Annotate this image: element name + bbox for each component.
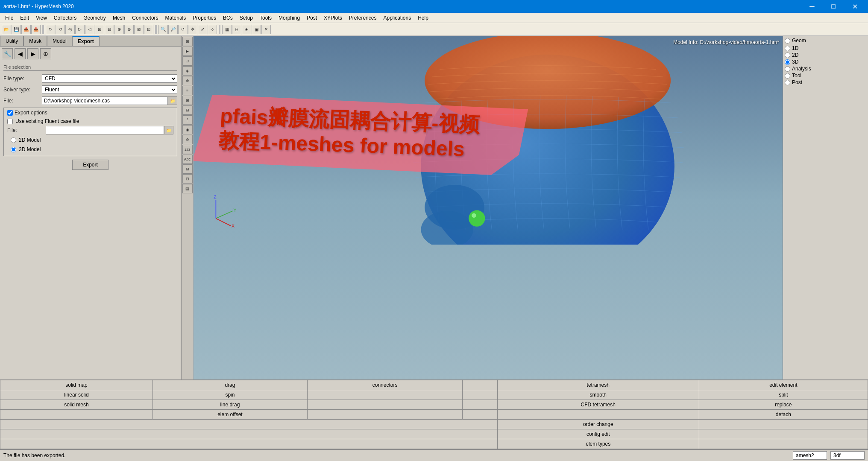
menu-properties[interactable]: Properties: [189, 14, 220, 22]
tb-pan[interactable]: ✥: [188, 25, 197, 34]
radio-2d-right[interactable]: [785, 53, 790, 58]
radio-3d-right[interactable]: [785, 59, 790, 65]
btn-connectors[interactable]: connectors: [308, 380, 463, 390]
tb-btn-d[interactable]: ▷: [75, 25, 85, 34]
btn-spin[interactable]: spin: [152, 390, 307, 400]
tb-btn-g[interactable]: ⊟: [105, 25, 114, 34]
tab-model[interactable]: Model: [47, 36, 72, 46]
menu-edit[interactable]: Edit: [17, 14, 32, 22]
vs-btn-15[interactable]: ⊡: [182, 174, 193, 184]
tb-btn-a[interactable]: ⟳: [46, 25, 55, 34]
tb-fit[interactable]: ⤢: [198, 25, 207, 34]
tb-btn-h[interactable]: ⊕: [114, 25, 124, 34]
btn-edit-element[interactable]: edit element: [699, 380, 868, 390]
panel-tb-btn1[interactable]: 🔧: [2, 48, 13, 59]
menu-bcs[interactable]: BCs: [220, 14, 236, 22]
vs-btn-8[interactable]: ⊟: [182, 105, 193, 115]
vs-btn-2[interactable]: ▶: [182, 47, 193, 56]
tab-utility[interactable]: Utility: [0, 36, 23, 46]
btn-smooth[interactable]: smooth: [497, 390, 699, 400]
menu-tools[interactable]: Tools: [256, 14, 275, 22]
export-options-check[interactable]: [7, 110, 13, 116]
vs-btn-14[interactable]: ⊠: [182, 164, 193, 174]
btn-replace[interactable]: replace: [699, 400, 868, 410]
vs-btn-13[interactable]: Abc: [182, 155, 193, 164]
radio-1d[interactable]: [785, 46, 790, 51]
menu-setup[interactable]: Setup: [236, 14, 256, 22]
tb-btn-b[interactable]: ⟲: [56, 25, 65, 34]
tb-zoom-out[interactable]: 🔎: [168, 25, 178, 34]
tab-mask[interactable]: Mask: [23, 36, 47, 46]
file2-browse-btn[interactable]: 📁: [164, 126, 173, 134]
tb-export[interactable]: 📤: [31, 25, 41, 34]
menu-view[interactable]: View: [32, 14, 50, 22]
btn-split[interactable]: split: [699, 390, 868, 400]
radio-3d[interactable]: [11, 147, 16, 152]
menu-geometry[interactable]: Geometry: [80, 14, 109, 22]
vs-btn-16[interactable]: ▤: [182, 184, 193, 193]
vs-btn-6[interactable]: ≡: [182, 86, 193, 95]
tb-edge[interactable]: ▣: [252, 25, 261, 34]
tb-open[interactable]: 📂: [2, 25, 11, 34]
tb-close[interactable]: ✕: [261, 25, 271, 34]
tb-model[interactable]: ▦: [222, 25, 232, 34]
maximize-button[interactable]: □: [824, 0, 843, 13]
menu-xyplots[interactable]: XYPlots: [320, 14, 346, 22]
panel-tb-btn4[interactable]: ⊕: [40, 48, 51, 59]
tb-btn-f[interactable]: ⊞: [95, 25, 104, 34]
vs-btn-3[interactable]: ⊿: [182, 56, 193, 66]
tab-export[interactable]: Export: [72, 36, 100, 46]
tb-btn-i[interactable]: ⊖: [124, 25, 134, 34]
vs-btn-9[interactable]: ⋮: [182, 115, 193, 125]
btn-solid-map[interactable]: solid map: [0, 380, 153, 390]
tb-select[interactable]: ⊹: [208, 25, 217, 34]
radio-tool[interactable]: [785, 73, 790, 79]
menu-materials[interactable]: Materials: [162, 14, 190, 22]
tb-btn-c[interactable]: ◎: [65, 25, 75, 34]
menu-help[interactable]: Help: [414, 14, 432, 22]
btn-line-drag[interactable]: line drag: [152, 400, 307, 410]
vs-btn-5[interactable]: ⊕: [182, 76, 193, 85]
menu-preferences[interactable]: Preferences: [346, 14, 380, 22]
vs-btn-12[interactable]: 123: [182, 145, 193, 154]
file-type-select[interactable]: CFD Nastran Abaqus: [42, 74, 177, 83]
tb-btn-k[interactable]: ⊡: [144, 25, 153, 34]
btn-detach[interactable]: detach: [699, 410, 868, 420]
vs-btn-1[interactable]: ⊞: [182, 37, 193, 46]
btn-linear-solid[interactable]: linear solid: [0, 390, 153, 400]
radio-analysis[interactable]: [785, 66, 790, 72]
menu-connectors[interactable]: Connectors: [129, 14, 161, 22]
btn-tetramesh[interactable]: tetramesh: [497, 380, 699, 390]
menu-collectors[interactable]: Collectors: [50, 14, 80, 22]
file-input[interactable]: [42, 96, 168, 105]
btn-config-edit[interactable]: config edit: [497, 429, 699, 439]
solver-type-select[interactable]: Fluent OpenFOAM: [42, 85, 177, 94]
panel-tb-btn2[interactable]: ◀: [15, 48, 26, 59]
menu-mesh[interactable]: Mesh: [109, 14, 129, 22]
vs-btn-10[interactable]: ◉: [182, 125, 193, 134]
btn-elem-offset[interactable]: elem offset: [152, 410, 307, 420]
btn-cfd-tetramesh[interactable]: CFD tetramesh: [497, 400, 699, 410]
close-button[interactable]: ✕: [845, 0, 865, 13]
menu-morphing[interactable]: Morphing: [275, 14, 303, 22]
menu-post[interactable]: Post: [303, 14, 320, 22]
btn-solid-mesh[interactable]: solid mesh: [0, 400, 153, 410]
tb-save[interactable]: 💾: [12, 25, 21, 34]
tb-zoom-in[interactable]: 🔍: [158, 25, 168, 34]
minimize-button[interactable]: ─: [802, 0, 822, 13]
menu-file[interactable]: File: [2, 14, 17, 22]
use-existing-check[interactable]: [7, 119, 13, 124]
vs-btn-7[interactable]: ⊞: [182, 96, 193, 105]
btn-elem-types[interactable]: elem types: [497, 439, 699, 449]
menu-applications[interactable]: Applications: [380, 14, 414, 22]
radio-post[interactable]: [785, 80, 790, 85]
file-browse-btn[interactable]: 📁: [168, 96, 177, 105]
tb-btn-e[interactable]: ◁: [85, 25, 94, 34]
tb-shade[interactable]: ◈: [242, 25, 251, 34]
vs-btn-11[interactable]: ⊙: [182, 135, 193, 144]
export-button[interactable]: Export: [72, 160, 108, 170]
tb-rotate[interactable]: ↺: [178, 25, 188, 34]
radio-2d[interactable]: [11, 137, 16, 143]
panel-tb-btn3[interactable]: ▶: [27, 48, 38, 59]
tb-btn-j[interactable]: ⊠: [134, 25, 144, 34]
